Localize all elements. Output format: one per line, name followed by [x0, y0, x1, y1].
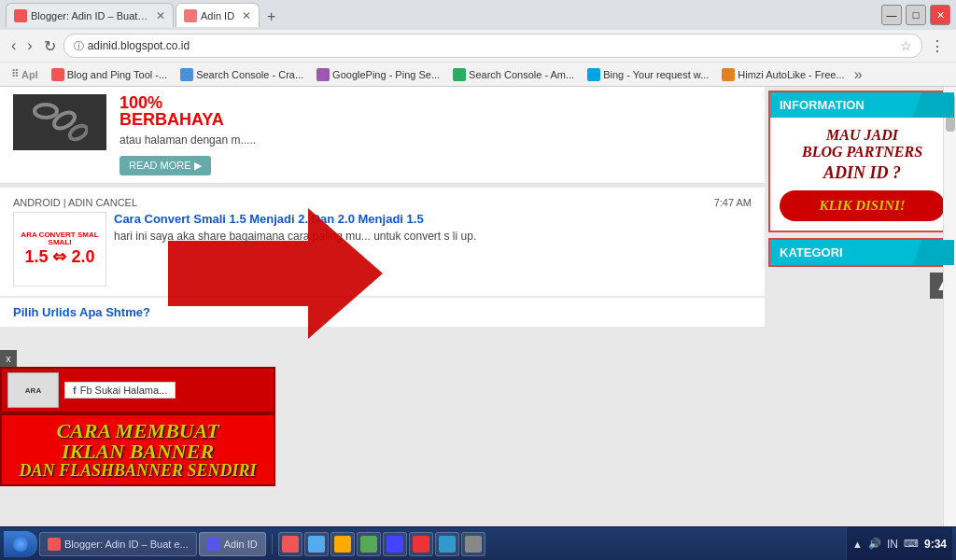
taskbar-icon-1[interactable] — [278, 532, 302, 556]
network-status-icon: IN — [887, 538, 898, 551]
article-meta-right: 7:47 AM — [714, 197, 752, 208]
article-meta: ANDROID | ADIN CANCEL 7:47 AM — [13, 197, 752, 208]
banner-title3: DAN FLASHBANNER SENDIRI — [6, 462, 270, 479]
start-button[interactable] — [4, 531, 37, 557]
partners-text2: BLOG PARTNERS — [780, 144, 945, 161]
banner-close-button[interactable]: x — [0, 350, 17, 367]
taskbar-btn-adin[interactable]: Adin ID — [199, 532, 266, 556]
address-bar: ‹ › ↻ ⓘ adinid.blogspot.co.id ☆ ⋮ — [0, 30, 956, 62]
menu-button[interactable]: ⋮ — [926, 35, 949, 57]
taskbar-icon-4[interactable] — [357, 532, 381, 556]
bookmark-star-icon[interactable]: ☆ — [900, 38, 912, 53]
bookmark-google-ping[interactable]: GooglePing - Ping Se... — [311, 66, 445, 83]
taskbar: Blogger: Adin ID – Buat e... Adin ID ▲ 🔊… — [0, 526, 956, 560]
article-title-row: ARA CONVERT SMAL SMALI 1.5 ⇔ 2.0 Cara Co… — [13, 212, 752, 287]
maximize-button[interactable]: □ — [906, 5, 926, 25]
center-column: 100% BERBAHAYA atau halaman dengan m....… — [0, 87, 765, 560]
url-box[interactable]: ⓘ adinid.blogspot.co.id ☆ — [63, 34, 922, 58]
article-text-block: Cara Convert Smali 1.5 Menjadi 2. Dan 2.… — [114, 212, 752, 287]
taskbar-btn-blogger[interactable]: Blogger: Adin ID – Buat e... — [39, 532, 197, 556]
article-third: Pilih Urlids Apa Shtme? — [0, 298, 765, 327]
taskbar-icon-2[interactable] — [304, 532, 329, 556]
svg-point-0 — [35, 105, 57, 118]
tray-time-display: 9:34 — [924, 538, 947, 551]
back-button[interactable]: ‹ — [7, 35, 20, 56]
taskbar-blogger-icon — [48, 538, 61, 551]
bookmark-search-console-cra[interactable]: Search Console - Cra... — [175, 66, 309, 83]
tab-adin-label: Adin ID — [201, 10, 234, 21]
article-top: 100% BERBAHAYA atau halaman dengan m....… — [0, 87, 765, 184]
info-widget-header: INFORMATION — [770, 92, 954, 118]
bookmark-blog-ping[interactable]: Blog and Ping Tool -... — [46, 66, 173, 83]
tray-network-area[interactable]: IN — [887, 538, 898, 551]
banner-body: CARA MEMBUAT IKLAN BANNER DAN FLASHBANNE… — [0, 413, 275, 486]
bookmark-himzi[interactable]: Himzi AutoLike - Free... — [716, 66, 850, 83]
bookmark-icon-search-console2 — [453, 68, 466, 81]
article-meta-left: ANDROID | ADIN CANCEL — [13, 197, 137, 208]
bookmarks-more-button[interactable]: » — [854, 66, 863, 83]
klik-disini-button[interactable]: KLIK DISINI! — [780, 190, 945, 221]
partners-adin: ADIN ID ? — [780, 163, 945, 183]
taskbar-icon-7[interactable] — [435, 532, 459, 556]
banner-title1: CARA MEMBUAT — [6, 421, 270, 441]
title-bar: Blogger: Adin ID – Buat e... ✕ Adin ID ✕… — [0, 0, 956, 30]
article-main-title[interactable]: Cara Convert Smali 1.5 Menjadi 2. Dan 2.… — [114, 212, 752, 226]
bookmark-icon-bing — [587, 68, 600, 81]
scrollbar[interactable] — [943, 87, 956, 560]
kategori-widget-header: KATEGORI — [770, 240, 954, 265]
quick-launch-icon-2 — [308, 536, 325, 553]
quick-launch-icon-4 — [360, 536, 377, 553]
banner-title2: IKLAN BANNER — [6, 441, 270, 462]
smali-version: 1.5 ⇔ 2.0 — [21, 246, 98, 267]
quick-launch-icon-7 — [439, 536, 456, 553]
article-main-desc: hari ini saya aka share bagaimana cara p… — [114, 230, 752, 243]
bookmark-search-console-am[interactable]: Search Console - Am... — [447, 66, 580, 83]
article-main: ANDROID | ADIN CANCEL 7:47 AM ARA CONVER… — [0, 188, 765, 296]
article-third-title[interactable]: Pilih Urlids Apa Shtme? — [13, 305, 752, 319]
forward-button[interactable]: › — [23, 35, 35, 56]
read-more-button[interactable]: READ MORE ▶ — [120, 156, 211, 175]
tab-blogger[interactable]: Blogger: Adin ID – Buat e... ✕ — [6, 3, 174, 27]
fb-label: Fb Sukai Halama... — [80, 385, 168, 396]
taskbar-icon-8[interactable] — [461, 532, 485, 556]
taskbar-icon-3[interactable] — [330, 532, 355, 556]
reload-button[interactable]: ↻ — [40, 35, 60, 57]
bookmarks-bar: ⠿ Apl Blog and Ping Tool -... Search Con… — [0, 62, 956, 86]
article-top-image — [13, 94, 106, 150]
taskbar-icon-6[interactable] — [409, 532, 433, 556]
url-text: adinid.blogspot.co.id — [88, 39, 896, 52]
bookmark-icon-google-ping — [316, 68, 330, 81]
bookmark-icon-search-console — [180, 68, 193, 81]
overlay-banner: ARA f Fb Sukai Halama... CARA MEMBUAT IK… — [0, 367, 275, 486]
kategori-widget: KATEGORI — [768, 238, 956, 267]
banner-logo: ARA — [7, 372, 59, 408]
window-controls: — □ ✕ — [881, 5, 950, 25]
right-sidebar: INFORMATION MAU JADI BLOG PARTNERS ADIN … — [765, 87, 956, 560]
smali-label2: SMALI — [21, 239, 98, 246]
article-main-thumb: ARA CONVERT SMAL SMALI 1.5 ⇔ 2.0 — [13, 212, 106, 287]
quick-launch-icon-5 — [387, 536, 403, 553]
blogger-favicon — [14, 9, 27, 22]
minimize-button[interactable]: — — [881, 5, 902, 25]
bookmark-icon-himzi — [722, 68, 735, 81]
adin-favicon — [184, 9, 197, 22]
tab-bar: Blogger: Adin ID – Buat e... ✕ Adin ID ✕… — [6, 3, 881, 27]
taskbar-adin-icon — [207, 538, 220, 551]
tray-keyboard-icon[interactable]: ⌨ — [904, 538, 919, 550]
article-top-snippet: atau halaman dengan m..... — [120, 128, 752, 152]
close-button[interactable]: ✕ — [930, 5, 950, 25]
info-widget-header-title: INFORMATION — [780, 98, 945, 112]
start-orb-icon — [13, 537, 28, 552]
danger-text-100: 100% BERBAHAYA — [120, 94, 752, 128]
tab-blogger-close[interactable]: ✕ — [156, 9, 165, 22]
new-tab-button[interactable]: + — [261, 7, 281, 27]
bookmark-bing[interactable]: Bing - Your request w... — [582, 66, 714, 83]
tab-blogger-label: Blogger: Adin ID – Buat e... — [31, 10, 148, 21]
tab-adin-close[interactable]: ✕ — [242, 9, 251, 22]
tab-adin[interactable]: Adin ID ✕ — [176, 3, 260, 27]
bookmark-apps[interactable]: ⠿ Apl — [6, 66, 44, 82]
tray-volume-icon[interactable]: 🔊 — [868, 538, 881, 550]
taskbar-icon-5[interactable] — [383, 532, 407, 556]
lock-icon: ⓘ — [74, 39, 84, 53]
fb-like-box[interactable]: f Fb Sukai Halama... — [64, 382, 176, 399]
